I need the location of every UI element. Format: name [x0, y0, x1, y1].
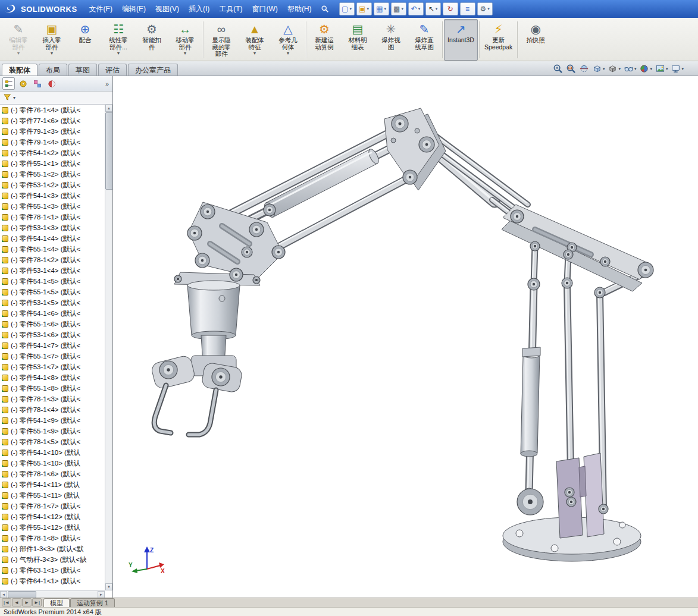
tree-item[interactable]: (-) 零件54-1<4> (默认< — [0, 233, 105, 244]
view-orientation-button[interactable]: ▾ — [592, 64, 605, 74]
tree-item[interactable]: (-) 零件79-1<3> (默认< — [0, 126, 105, 137]
tree-item[interactable]: (-) 零件53-1<6> (默认< — [0, 329, 105, 340]
tree-vertical-scrollbar[interactable]: ▲ ▼ — [105, 105, 112, 590]
move-component-button[interactable]: ↔移动零部件▼ — [168, 19, 202, 61]
tree-item[interactable]: (-) 零件79-1<4> (默认< — [0, 137, 105, 147]
hide-show-items-button[interactable]: ▾ — [624, 64, 637, 74]
tree-item[interactable]: (-) 零件55-1<10> (默认 — [0, 458, 105, 469]
tree-item[interactable]: (-) 零件78-1<1> (默认< — [0, 212, 105, 222]
menu-item-6[interactable]: 帮助(H) — [283, 1, 317, 17]
tree-item[interactable]: (-) 零件63-1<1> (默认< — [0, 565, 105, 576]
display-style-button[interactable]: ▾ — [608, 64, 621, 74]
tree-item[interactable]: (-) 零件54-1<2> (默认< — [0, 147, 105, 158]
filter-caret-icon[interactable]: ▾ — [13, 95, 15, 100]
command-tab-0[interactable]: 装配体 — [2, 64, 37, 76]
tree-item[interactable]: (-) 零件54-1<9> (默认< — [0, 415, 105, 426]
show-hidden-components-button[interactable]: ∞显示隐藏的零部件 — [205, 19, 238, 61]
tree-item[interactable]: (-) 零件55-1<12> (默认 — [0, 522, 105, 533]
reference-geometry-button[interactable]: △参考几何体▼ — [271, 19, 305, 61]
command-tab-4[interactable]: 办公室产品 — [128, 64, 178, 76]
tree-item[interactable]: (-) 零件78-1<5> (默认< — [0, 436, 105, 447]
tree-horizontal-scrollbar[interactable]: ◄ ► — [0, 590, 105, 598]
command-tab-1[interactable]: 布局 — [39, 64, 67, 76]
horizontal-scroll-thumb[interactable] — [8, 591, 36, 598]
tree-item[interactable]: (-) 零件55-1<5> (默认< — [0, 287, 105, 297]
tree-item[interactable]: (-) 零件54-1<12> (默认 — [0, 511, 105, 522]
menu-item-2[interactable]: 视图(V) — [151, 1, 184, 17]
command-tab-3[interactable]: 评估 — [98, 64, 127, 76]
section-view-button[interactable] — [579, 64, 589, 74]
tree-item[interactable]: (-) 零件54-1<10> (默认 — [0, 447, 105, 458]
configurationmanager-tab[interactable] — [31, 77, 43, 90]
update-speedpak-button[interactable]: ⚡更新Speedpak — [481, 19, 516, 61]
menu-item-0[interactable]: 文件(F) — [84, 1, 117, 17]
mate-button[interactable]: ⊕配合 — [68, 19, 102, 61]
tree-item[interactable]: (-) 零件53-1<7> (默认< — [0, 362, 105, 372]
view-settings-button[interactable]: ▾ — [671, 64, 684, 74]
graphics-viewport[interactable]: Z X Y — [114, 76, 698, 598]
tree-item[interactable]: (-) 零件53-1<2> (默认< — [0, 180, 105, 190]
vertical-scroll-thumb[interactable] — [105, 112, 113, 190]
menu-item-3[interactable]: 插入(I) — [184, 1, 214, 17]
zoom-to-area-button[interactable] — [566, 64, 576, 74]
edit-component-button[interactable]: ✎编辑零部件▼ — [2, 19, 35, 61]
tree-item[interactable]: (-) 零件54-1<6> (默认< — [0, 308, 105, 319]
tree-item[interactable]: (-) 零件76-1<4> (默认< — [0, 105, 105, 115]
new-motion-study-button[interactable]: ⚙新建运动算例 — [308, 19, 341, 61]
tree-item[interactable]: (-) 零件78-1<6> (默认< — [0, 469, 105, 479]
tree-item[interactable]: (-) 零件54-1<7> (默认< — [0, 340, 105, 351]
tree-item[interactable]: (-) 零件78-1<3> (默认< — [0, 394, 105, 404]
tree-item[interactable]: (-) 气动杆-3<3> (默认<缺 — [0, 554, 105, 565]
first-tab-button[interactable]: |◄ — [2, 598, 11, 606]
scroll-right-icon[interactable]: ► — [98, 591, 105, 598]
scroll-up-icon[interactable]: ▲ — [105, 105, 112, 112]
tree-item[interactable]: (-) 零件53-1<4> (默认< — [0, 265, 105, 276]
tree-item[interactable]: (-) 部件1-3<3> (默认<默 — [0, 543, 105, 554]
new-document-button[interactable]: ▢▾ — [339, 2, 355, 15]
robot-arm-model[interactable] — [114, 76, 698, 598]
explode-line-sketch-button[interactable]: ✎爆炸直线草图 — [408, 19, 441, 61]
insert-component-button[interactable]: ▣插入零部件▼ — [35, 19, 68, 61]
document-tab-1[interactable]: 运动算例 1 — [70, 598, 115, 607]
tree-item[interactable]: (-) 零件55-1<2> (默认< — [0, 169, 105, 180]
zoom-fit-button[interactable] — [553, 64, 563, 74]
scroll-left-icon[interactable]: ◄ — [0, 591, 7, 598]
assembly-features-button[interactable]: ▲装配体特征▼ — [238, 19, 271, 61]
last-tab-button[interactable]: ►| — [32, 598, 42, 606]
tree-item[interactable]: (-) 零件53-1<5> (默认< — [0, 297, 105, 308]
bill-of-materials-button[interactable]: ▤材料明细表 — [341, 19, 374, 61]
menu-item-4[interactable]: 工具(T) — [214, 1, 247, 17]
tree-item[interactable]: (-) 零件55-1<8> (默认< — [0, 383, 105, 394]
edit-appearance-button[interactable]: ▾ — [639, 64, 652, 74]
tree-item[interactable]: (-) 零件54-1<5> (默认< — [0, 276, 105, 287]
tree-item[interactable]: (-) 零件64-1<1> (默认< — [0, 576, 105, 586]
instant3d-button[interactable]: ↗Instant3D — [444, 19, 478, 61]
next-tab-button[interactable]: ► — [22, 598, 32, 606]
scroll-down-icon[interactable]: ▼ — [105, 583, 112, 590]
tree-item[interactable]: (-) 零件55-1<9> (默认< — [0, 426, 105, 436]
file-properties-button[interactable]: ≡ — [460, 2, 475, 15]
tree-item[interactable]: (-) 零件54-1<3> (默认< — [0, 190, 105, 201]
tree-item[interactable]: (-) 零件55-1<3> (默认< — [0, 201, 105, 212]
tree-item[interactable]: (-) 零件54-1<11> (默认 — [0, 479, 105, 490]
print-button[interactable]: ▩▾ — [391, 2, 406, 15]
tree-item[interactable]: (-) 零件78-1<4> (默认< — [0, 404, 105, 415]
tree-item[interactable]: (-) 零件55-1<7> (默认< — [0, 351, 105, 362]
apply-scene-button[interactable]: ▾ — [655, 64, 668, 74]
options-button[interactable]: ⚙▾ — [477, 2, 493, 15]
select-button[interactable]: ↖▾ — [425, 2, 441, 15]
undo-button[interactable]: ↶▾ — [408, 2, 424, 15]
linear-component-pattern-button[interactable]: ☷线性零部件...▼ — [102, 19, 135, 61]
search-shortcut-icon[interactable] — [319, 3, 331, 15]
tree-item[interactable]: (-) 零件78-1<8> (默认< — [0, 533, 105, 543]
menu-item-5[interactable]: 窗口(W) — [248, 1, 283, 17]
document-tab-0[interactable]: 模型 — [43, 598, 70, 607]
tree-item[interactable]: (-) 零件54-1<8> (默认< — [0, 372, 105, 383]
tree-item[interactable]: (-) 零件78-1<7> (默认< — [0, 501, 105, 511]
filter-funnel-icon[interactable] — [3, 93, 12, 103]
smart-fasteners-button[interactable]: ⚙智能扣件 — [135, 19, 168, 61]
tree-item[interactable]: (-) 零件55-1<4> (默认< — [0, 244, 105, 254]
tree-item[interactable]: (-) 零件53-1<3> (默认< — [0, 222, 105, 233]
rebuild-button[interactable]: ↻ — [443, 2, 458, 15]
open-button[interactable]: ▣▾ — [356, 2, 372, 15]
